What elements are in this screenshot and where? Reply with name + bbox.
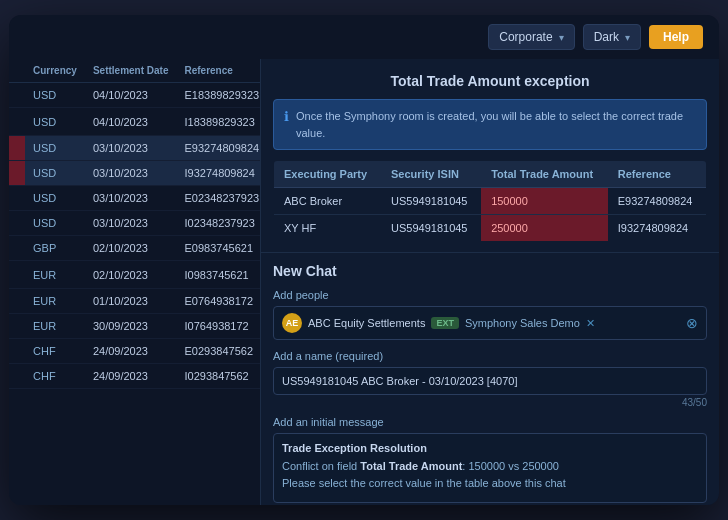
date-cell: 03/10/2023 — [85, 211, 177, 236]
people-field[interactable]: AE ABC Equity Settlements EXT Symphony S… — [273, 306, 707, 340]
corporate-dropdown[interactable]: Corporate ▾ — [488, 24, 574, 50]
table-row[interactable]: USD04/10/2023E18389829323 — [9, 83, 261, 108]
date-cell: 03/10/2023 — [85, 186, 177, 211]
info-text: Once the Symphony room is created, you w… — [296, 108, 696, 141]
col-indicator — [9, 59, 25, 83]
currency-cell: USD — [25, 136, 85, 161]
message-label: Add an initial message — [273, 416, 707, 428]
currency-cell: USD — [25, 161, 85, 186]
currency-cell: USD — [25, 83, 85, 108]
message-field[interactable]: Trade Exception Resolution Conflict on f… — [273, 433, 707, 503]
person-name: ABC Equity Settlements — [308, 317, 425, 329]
col-currency: Currency — [25, 59, 85, 83]
reference-cell: I0764938172 — [176, 314, 261, 339]
currency-cell: EUR — [25, 314, 85, 339]
corporate-label: Corporate — [499, 30, 552, 44]
ex-cell-party: ABC Broker — [274, 188, 382, 215]
currency-cell: EUR — [25, 289, 85, 314]
reference-cell: E0983745621 — [176, 236, 261, 261]
ex-cell-amount: 250000 — [481, 215, 608, 242]
ex-cell-isin: US5949181045 — [381, 188, 481, 215]
currency-cell: GBP — [25, 236, 85, 261]
table-row[interactable]: USD03/10/2023E93274809824 — [9, 136, 261, 161]
dark-label: Dark — [594, 30, 619, 44]
table-row[interactable]: EUR02/10/2023I0983745621💬 — [9, 261, 261, 289]
table-row[interactable]: CHF24/09/2023E0293847562 — [9, 339, 261, 364]
person-avatar: AE — [282, 313, 302, 333]
trades-table: Currency Settlement Date Reference Chat … — [9, 59, 261, 389]
date-cell: 04/10/2023 — [85, 83, 177, 108]
reference-cell: E0764938172 — [176, 289, 261, 314]
exception-section: Total Trade Amount exception ℹ Once the … — [261, 59, 719, 252]
ex-cell-amount: 150000 — [481, 188, 608, 215]
ex-col-party: Executing Party — [274, 161, 382, 188]
table-row[interactable]: CHF24/09/2023I0293847562 — [9, 364, 261, 389]
room-icon: ✕ — [586, 317, 595, 330]
reference-cell: E18389829323 — [176, 83, 261, 108]
date-cell: 24/09/2023 — [85, 339, 177, 364]
date-cell: 04/10/2023 — [85, 108, 177, 136]
reference-cell: I93274809824 — [176, 161, 261, 186]
reference-cell: I0293847562 — [176, 364, 261, 389]
ex-cell-party: XY HF — [274, 215, 382, 242]
currency-cell: USD — [25, 211, 85, 236]
close-person-button[interactable]: ⊗ — [686, 315, 698, 331]
exception-row[interactable]: ABC BrokerUS5949181045150000E93274809824 — [274, 188, 707, 215]
exception-row[interactable]: XY HFUS5949181045250000I93274809824 — [274, 215, 707, 242]
people-label: Add people — [273, 289, 707, 301]
name-value: US5949181045 ABC Broker - 03/10/2023 [40… — [282, 375, 517, 387]
table-row[interactable]: GBP02/10/2023E0983745621 — [9, 236, 261, 261]
ex-col-isin: Security ISIN — [381, 161, 481, 188]
left-panel: Currency Settlement Date Reference Chat … — [9, 59, 261, 505]
reference-cell: E0293847562 — [176, 339, 261, 364]
ex-col-ref: Reference — [608, 161, 707, 188]
ex-col-amount: Total Trade Amount — [481, 161, 608, 188]
message-body: Conflict on field Total Trade Amount: 15… — [282, 458, 698, 491]
message-body-2: : 150000 vs 250000 — [462, 460, 559, 472]
date-cell: 24/09/2023 — [85, 364, 177, 389]
help-button[interactable]: Help — [649, 25, 703, 49]
col-reference: Reference — [176, 59, 261, 83]
exception-table: Executing Party Security ISIN Total Trad… — [273, 160, 707, 242]
date-cell: 03/10/2023 — [85, 161, 177, 186]
ex-cell-isin: US5949181045 — [381, 215, 481, 242]
info-banner: ℹ Once the Symphony room is created, you… — [273, 99, 707, 150]
room-name: Symphony Sales Demo — [465, 317, 580, 329]
main-screen: Corporate ▾ Dark ▾ Help Currency Settlem… — [9, 15, 719, 505]
table-row[interactable]: USD03/10/2023I93274809824 — [9, 161, 261, 186]
table-row[interactable]: EUR30/09/2023I0764938172 — [9, 314, 261, 339]
chevron-down-icon-dark: ▾ — [625, 32, 630, 43]
name-field[interactable]: US5949181045 ABC Broker - 03/10/2023 [40… — [273, 367, 707, 395]
currency-cell: USD — [25, 108, 85, 136]
table-row[interactable]: USD03/10/2023E02348237923 — [9, 186, 261, 211]
top-bar: Corporate ▾ Dark ▾ Help — [9, 15, 719, 59]
date-cell: 02/10/2023 — [85, 261, 177, 289]
message-body-1: Conflict on field — [282, 460, 360, 472]
reference-cell: E02348237923 — [176, 186, 261, 211]
main-layout: Currency Settlement Date Reference Chat … — [9, 59, 719, 505]
reference-cell: E93274809824 — [176, 136, 261, 161]
reference-cell: I18389829323 — [176, 108, 261, 136]
char-count: 43/50 — [273, 397, 707, 408]
dark-mode-dropdown[interactable]: Dark ▾ — [583, 24, 641, 50]
table-row[interactable]: USD03/10/2023I02348237923 — [9, 211, 261, 236]
currency-cell: EUR — [25, 261, 85, 289]
table-row[interactable]: USD04/10/2023I18389829323💬 — [9, 108, 261, 136]
ex-cell-reference: I93274809824 — [608, 215, 707, 242]
table-row[interactable]: EUR01/10/2023E0764938172 — [9, 289, 261, 314]
name-label: Add a name (required) — [273, 350, 707, 362]
date-cell: 03/10/2023 — [85, 136, 177, 161]
chevron-down-icon: ▾ — [559, 32, 564, 43]
currency-cell: USD — [25, 186, 85, 211]
reference-cell: I02348237923 — [176, 211, 261, 236]
message-title: Trade Exception Resolution — [282, 442, 698, 454]
info-icon: ℹ — [284, 109, 289, 124]
new-chat-title: New Chat — [273, 263, 707, 279]
new-chat-section: New Chat Add people AE ABC Equity Settle… — [261, 252, 719, 505]
date-cell: 01/10/2023 — [85, 289, 177, 314]
message-body-bold: Total Trade Amount — [360, 460, 462, 472]
date-cell: 30/09/2023 — [85, 314, 177, 339]
exception-title: Total Trade Amount exception — [261, 59, 719, 99]
col-settlement-date: Settlement Date — [85, 59, 177, 83]
message-body-3: Please select the correct value in the t… — [282, 477, 566, 489]
